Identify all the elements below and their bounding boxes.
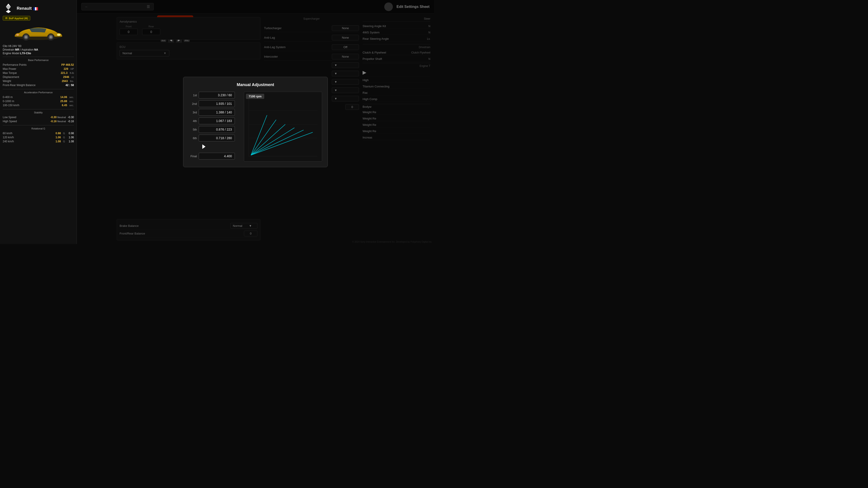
- gear-3-label: 3rd: [189, 111, 197, 114]
- zero-1000-values: 25.88 sec.: [60, 100, 74, 103]
- twofourty-unit: G: [63, 140, 65, 143]
- twofourty-val2: 1.08: [69, 140, 74, 143]
- pp-prefix-text: PP: [61, 63, 65, 66]
- svg-rect-5: [33, 7, 35, 10]
- twofourty-label: 240 km/h: [3, 140, 14, 143]
- gear-5-input[interactable]: [199, 126, 235, 133]
- modal-title: Manual Adjustment: [189, 83, 322, 87]
- gear-6-input[interactable]: [199, 135, 235, 141]
- aspiration-value: NA: [34, 48, 38, 51]
- low-speed-note: Neutral: [57, 116, 66, 119]
- gear-4-input[interactable]: [199, 118, 235, 124]
- high-speed-num: -0.16: [51, 120, 57, 123]
- onetwenty-val: 1.06: [56, 136, 61, 139]
- stability-title: Stability: [3, 111, 74, 114]
- gear-3-input[interactable]: [199, 109, 235, 116]
- twofourty-values: 1.08 G 1.08: [56, 140, 74, 143]
- engine-model-row: Engine Model L7X-Clio: [3, 52, 74, 55]
- low-speed-val2: -0.30: [68, 116, 74, 119]
- max-torque-value: 221.3: [61, 71, 68, 74]
- hundred-150-value: 6.45: [62, 104, 67, 107]
- zero-400-values: 14.06 sec.: [60, 96, 74, 99]
- pp-value: 468.52: [66, 63, 74, 66]
- gear-table: 1st 2nd 3rd 4th: [189, 92, 239, 162]
- svg-point-11: [25, 36, 27, 38]
- displacement-row: Displacement 2946 cc: [3, 75, 74, 79]
- hundred-150-row: 100-150 km/h 6.45 sec.: [3, 103, 74, 107]
- gear-row-3: 3rd: [189, 109, 239, 116]
- max-power-label: Max Power: [3, 67, 16, 70]
- low-speed-row: Low Speed -0.30 Neutral -0.30: [3, 115, 74, 119]
- gear-row-4: 4th: [189, 118, 239, 124]
- gear-row-2: 2nd: [189, 100, 239, 107]
- weight-row: Weight 2943 lbs.: [3, 79, 74, 83]
- high-speed-label: High Speed: [3, 120, 17, 123]
- weight-balance-label: Front-Rear Weight Balance: [3, 84, 35, 87]
- high-speed-val2: -0.16: [68, 120, 74, 123]
- pp-values: PP 468.52: [61, 63, 74, 66]
- onetwenty-val2: 1.06: [69, 136, 74, 139]
- hundred-150-values: 6.45 sec.: [62, 104, 74, 107]
- car-silhouette: [11, 24, 66, 41]
- car-brand-label: Renault: [17, 6, 38, 11]
- max-torque-values: 221.3 ft-lb: [61, 71, 74, 74]
- gear-6-label: 6th: [189, 136, 197, 140]
- svg-rect-7: [36, 7, 38, 10]
- sixty-val2: 0.98: [69, 132, 74, 135]
- max-power-row: Max Power 229 HP: [3, 67, 74, 71]
- zero-1000-label: 0-1000 m: [3, 100, 14, 103]
- final-input[interactable]: [199, 153, 235, 160]
- displacement-label: Displacement: [3, 75, 19, 78]
- sixty-val: 0.98: [56, 132, 61, 135]
- high-speed-values: -0.16 Neutral -0.16: [51, 120, 74, 123]
- weight-balance-row: Front-Rear Weight Balance 42 : 58: [3, 83, 74, 87]
- zero-400-value: 14.06: [60, 96, 67, 99]
- divider-2: [3, 89, 74, 89]
- weight-label: Weight: [3, 79, 11, 83]
- gear-row-1: 1st: [189, 92, 239, 98]
- pp-row: Performance Points PP 468.52: [3, 63, 74, 67]
- car-header: Renault: [3, 3, 74, 14]
- zero-400-unit: sec.: [69, 96, 74, 98]
- max-power-value: 229: [64, 67, 68, 70]
- gear-row-5: 5th: [189, 126, 239, 133]
- rpm-badge: 7100 rpm: [246, 94, 264, 99]
- zero-400-label: 0-400 m: [3, 96, 13, 99]
- hundred-150-label: 100-150 km/h: [3, 104, 19, 107]
- scale-icon: ⚖: [5, 17, 7, 20]
- max-torque-label: Max Torque: [3, 71, 17, 74]
- renault-logo: [3, 3, 14, 14]
- modal-content: 1st 2nd 3rd 4th: [189, 92, 322, 162]
- gear-1-input[interactable]: [199, 92, 235, 98]
- gear-5-label: 5th: [189, 128, 197, 131]
- max-torque-row: Max Torque 221.3 ft-lb: [3, 71, 74, 75]
- high-speed-note: Neutral: [57, 120, 66, 123]
- base-performance-title: Base Performance: [3, 59, 74, 61]
- main-area: -- ☰ Edit Settings Sheet ⚠ Measure Measu…: [77, 0, 434, 244]
- gear-2-input[interactable]: [199, 100, 235, 107]
- gear-row-6: 6th: [189, 135, 239, 141]
- max-torque-unit: ft-lb: [70, 72, 74, 74]
- zero-1000-unit: sec.: [69, 100, 74, 103]
- svg-point-14: [50, 36, 52, 38]
- low-speed-num: -0.30: [51, 116, 57, 119]
- manual-adjustment-modal: Manual Adjustment 1st 2nd 3rd: [183, 77, 328, 167]
- onetwenty-values: 1.06 G 1.06: [56, 136, 74, 139]
- zero-1000-row: 0-1000 m 25.88 sec.: [3, 99, 74, 103]
- sixty-unit: G: [63, 132, 65, 135]
- cursor-arrow: [202, 144, 206, 149]
- gear-2-label: 2nd: [189, 102, 197, 105]
- car-model-name: Clio V6 24V '00: [3, 44, 74, 48]
- high-speed-value: -0.16 Neutral: [51, 120, 66, 123]
- rotational-g-title: Rotational G: [3, 127, 74, 130]
- gear-final-row: Final: [189, 153, 239, 160]
- brand-name: Renault: [17, 6, 32, 11]
- flag-icon: [33, 7, 38, 10]
- displacement-value: 2946: [63, 75, 69, 78]
- zero-1000-value: 25.88: [60, 100, 67, 103]
- onetwenty-unit: G: [63, 136, 65, 139]
- drivetrain-value: MR: [15, 48, 20, 51]
- chart-svg: [244, 92, 322, 161]
- low-speed-value: -0.30 Neutral: [51, 116, 66, 119]
- displacement-values: 2946 cc: [63, 75, 74, 78]
